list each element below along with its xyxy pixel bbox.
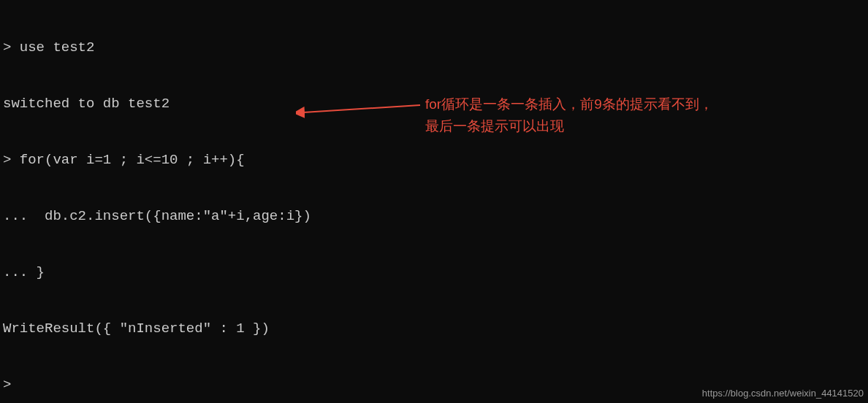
annotation-arrow-icon [296, 96, 424, 118]
watermark-text: https://blog.csdn.net/weixin_44141520 [702, 387, 864, 400]
terminal-line: > use test2 [3, 39, 865, 58]
terminal-line: ... } [3, 264, 865, 283]
terminal-output[interactable]: > use test2 switched to db test2 > for(v… [3, 1, 865, 403]
terminal-line: > for(var i=1 ; i<=10 ; i++){ [3, 151, 865, 170]
terminal-line: WriteResult({ "nInserted" : 1 }) [3, 320, 865, 339]
terminal-line: ... db.c2.insert({name:"a"+i,age:i}) [3, 207, 865, 226]
annotation-text-line1: for循环是一条一条插入，前9条的提示看不到， [425, 93, 713, 115]
annotation-text-line2: 最后一条提示可以出现 [425, 115, 564, 137]
svg-line-1 [303, 105, 420, 112]
